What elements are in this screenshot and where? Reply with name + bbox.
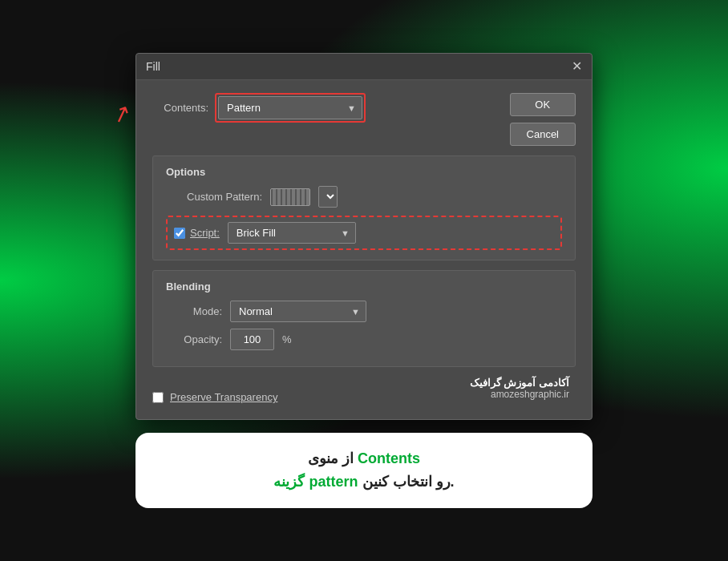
pattern-preview: [270, 188, 310, 206]
mode-select[interactable]: Normal Dissolve Multiply Screen Overlay: [230, 301, 366, 322]
blending-title: Blending: [166, 280, 562, 293]
preserve-transparency-label: Preserve Transparency: [170, 391, 277, 403]
opacity-label: Opacity:: [166, 333, 222, 345]
fill-dialog: Fill ✕ ↗ Contents: Pattern Foreground C: [135, 53, 593, 420]
ok-button[interactable]: OK: [510, 93, 576, 116]
info-card: از منوی Contents گزینه pattern رو انتخاب…: [135, 433, 593, 508]
pattern-dropdown[interactable]: ▼: [318, 186, 338, 208]
bottom-row: Preserve Transparency آکادمی آموزش گرافی…: [152, 377, 576, 406]
ok-cancel-column: OK Cancel: [510, 93, 576, 146]
watermark-line2: amozeshgraphic.ir: [470, 389, 569, 400]
info-line1-green: Contents: [358, 450, 420, 466]
custom-pattern-row: Custom Pattern: ▼: [166, 186, 562, 208]
dialog-title: Fill: [146, 60, 160, 73]
info-line2: گزینه pattern رو انتخاب کنین.: [161, 470, 567, 494]
watermark-line1: آکادمی آموزش گرافیک: [470, 377, 569, 389]
contents-select-border: Pattern Foreground Color Background Colo…: [215, 93, 366, 123]
dialog-body: ↗ Contents: Pattern Foreground Color Bac…: [136, 80, 592, 419]
preserve-transparency-row: Preserve Transparency: [152, 388, 277, 406]
info-line2-green: گزینه pattern: [273, 474, 358, 490]
opacity-input[interactable]: [230, 329, 274, 350]
watermark: آکادمی آموزش گرافیک amozeshgraphic.ir: [470, 377, 576, 406]
contents-select[interactable]: Pattern Foreground Color Background Colo…: [218, 96, 362, 119]
mode-row: Mode: Normal Dissolve Multiply Screen Ov…: [166, 301, 562, 322]
pattern-dropdown-wrapper: ▼: [318, 186, 338, 208]
script-checkbox[interactable]: [174, 228, 185, 239]
close-button[interactable]: ✕: [572, 60, 582, 73]
contents-select-wrapper: Pattern Foreground Color Background Colo…: [218, 96, 362, 119]
page-wrapper: Fill ✕ ↗ Contents: Pattern Foreground C: [131, 53, 597, 508]
script-label: Script:: [190, 227, 220, 239]
opacity-row: Opacity: %: [166, 329, 562, 350]
percent-label: %: [282, 333, 292, 345]
custom-pattern-label: Custom Pattern:: [166, 191, 262, 203]
mode-select-wrapper: Normal Dissolve Multiply Screen Overlay …: [230, 301, 366, 322]
info-line2-text: رو انتخاب کنین.: [358, 474, 454, 490]
options-section: Options Custom Pattern: ▼ Script:: [152, 155, 576, 260]
contents-label: Contents:: [152, 102, 208, 114]
cancel-button[interactable]: Cancel: [510, 123, 576, 146]
script-select-wrapper: Brick Fill Canvas Crossweave Random Fill…: [228, 222, 356, 244]
mode-label: Mode:: [166, 305, 222, 317]
info-line1: از منوی Contents: [161, 447, 567, 470]
script-checkbox-label[interactable]: Script:: [174, 227, 220, 239]
script-row: Script: Brick Fill Canvas Crossweave Ran…: [166, 216, 562, 250]
blending-section: Blending Mode: Normal Dissolve Multiply …: [152, 270, 576, 367]
options-title: Options: [166, 166, 562, 178]
script-select[interactable]: Brick Fill Canvas Crossweave Random Fill…: [228, 222, 356, 244]
info-line1-text: از منوی: [308, 450, 358, 466]
top-area: ↗ Contents: Pattern Foreground Color Bac…: [152, 93, 576, 146]
preserve-transparency-checkbox[interactable]: [152, 392, 164, 403]
dialog-titlebar: Fill ✕: [136, 54, 592, 80]
